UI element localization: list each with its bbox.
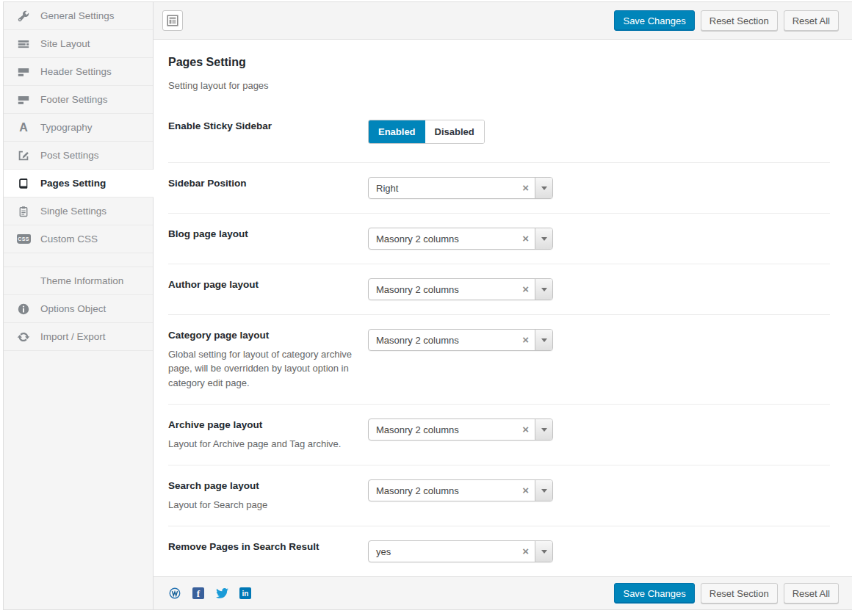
- dropdown-toggle-button[interactable]: [535, 279, 552, 300]
- save-changes-button[interactable]: Save Changes: [614, 10, 694, 31]
- reset-section-button[interactable]: Reset Section: [701, 10, 778, 31]
- reset-all-button[interactable]: Reset All: [784, 583, 839, 604]
- field-label-column: Search page layoutLayout for Search page: [168, 479, 368, 512]
- select-control[interactable]: Masonry 2 columns×: [368, 278, 553, 300]
- field-label-column: Category page layoutGlobal setting for l…: [168, 329, 368, 390]
- sidebar-divider: [4, 253, 153, 267]
- clear-selection-icon[interactable]: ×: [516, 279, 535, 300]
- book-icon: [16, 176, 31, 191]
- field-label: Remove Pages in Search Result: [168, 540, 353, 554]
- field-label: Blog page layout: [168, 228, 353, 241]
- sidebar-item-post-settings[interactable]: Post Settings: [4, 142, 153, 170]
- dropdown-toggle-button[interactable]: [535, 480, 552, 501]
- css-icon: CSS: [16, 232, 31, 247]
- field-control-column: EnabledDisabled: [368, 120, 485, 144]
- select-value: yes: [369, 546, 516, 557]
- select-control[interactable]: Masonry 2 columns×: [368, 479, 553, 501]
- clear-selection-icon[interactable]: ×: [516, 480, 535, 501]
- sidebar-item-custom-css[interactable]: CSSCustom CSS: [4, 225, 153, 253]
- field-control-column: Masonry 2 columns×: [368, 329, 553, 351]
- select-value: Masonry 2 columns: [369, 335, 516, 346]
- sidebar-item-import-export[interactable]: Import / Export: [4, 323, 153, 351]
- section-content: Pages Setting Setting layout for pages E…: [154, 40, 852, 576]
- save-changes-button[interactable]: Save Changes: [614, 583, 694, 604]
- sidebar-item-label: Custom CSS: [40, 233, 98, 244]
- clear-selection-icon[interactable]: ×: [516, 541, 535, 562]
- select-value: Masonry 2 columns: [369, 233, 516, 244]
- dropdown-toggle-button[interactable]: [535, 419, 552, 440]
- toggle-option-enabled[interactable]: Enabled: [369, 120, 425, 144]
- sidebar-item-header-settings[interactable]: Header Settings: [4, 58, 153, 86]
- chevron-down-icon: [541, 489, 547, 493]
- field-control-column: Masonry 2 columns×: [368, 418, 553, 441]
- edit-icon: [16, 148, 31, 163]
- field-label-column: Author page layout: [168, 278, 368, 291]
- toggle-option-disabled[interactable]: Disabled: [425, 120, 484, 143]
- select-control[interactable]: Masonry 2 columns×: [368, 329, 553, 351]
- sidebar-item-footer-settings[interactable]: Footer Settings: [4, 86, 153, 114]
- typography-icon: A: [16, 120, 31, 135]
- clear-selection-icon[interactable]: ×: [516, 330, 535, 350]
- sidebar-item-site-layout[interactable]: Site Layout: [4, 30, 153, 58]
- select-control[interactable]: Masonry 2 columns×: [368, 418, 553, 441]
- select-control[interactable]: Masonry 2 columns×: [368, 228, 553, 250]
- layout-rows-icon: [16, 37, 31, 51]
- info-icon: [16, 302, 31, 316]
- sidebar-item-label: Typography: [40, 122, 93, 133]
- sidebar-item-label: Post Settings: [40, 150, 99, 161]
- reset-all-button[interactable]: Reset All: [784, 10, 839, 31]
- clear-selection-icon[interactable]: ×: [516, 228, 535, 249]
- sidebar-item-options-object[interactable]: Options Object: [4, 295, 153, 323]
- sidebar-item-general-settings[interactable]: General Settings: [4, 2, 153, 30]
- clipboard-icon: [16, 204, 31, 219]
- field-control-column: Masonry 2 columns×: [368, 228, 553, 250]
- footer-icon: [16, 93, 31, 107]
- sidebar-item-label: Footer Settings: [40, 94, 108, 105]
- field-row-remove-pages-in-search-result: Remove Pages in Search Resultyes×: [168, 526, 830, 576]
- field-control-column: Right×: [368, 177, 553, 199]
- top-toolbar: Save Changes Reset Section Reset All: [154, 2, 852, 40]
- dropdown-toggle-button[interactable]: [535, 228, 552, 249]
- social-links: fin: [168, 587, 252, 600]
- field-label-column: Archive page layoutLayout for Archive pa…: [168, 418, 368, 451]
- field-label-column: Blog page layout: [168, 228, 368, 241]
- field-row-sidebar-position: Sidebar PositionRight×: [168, 163, 830, 214]
- panel-layout-toggle-button[interactable]: [162, 10, 183, 31]
- field-description: Global setting for layout of category ar…: [168, 347, 353, 391]
- select-control[interactable]: Right×: [368, 177, 553, 199]
- field-row-blog-page-layout: Blog page layoutMasonry 2 columns×: [168, 214, 830, 264]
- sidebar-item-label: Import / Export: [40, 331, 106, 342]
- select-value: Right: [369, 183, 516, 194]
- sidebar-item-theme-information[interactable]: Theme Information: [4, 267, 153, 295]
- dropdown-toggle-button[interactable]: [535, 541, 552, 562]
- dropdown-toggle-button[interactable]: [535, 178, 552, 198]
- select-control[interactable]: yes×: [368, 540, 553, 562]
- field-row-author-page-layout: Author page layoutMasonry 2 columns×: [168, 264, 830, 315]
- sidebar-item-single-settings[interactable]: Single Settings: [4, 198, 153, 225]
- reset-section-button[interactable]: Reset Section: [701, 583, 778, 604]
- sidebar-item-typography[interactable]: ATypography: [4, 114, 153, 142]
- sidebar-item-pages-setting[interactable]: Pages Setting: [4, 170, 154, 198]
- layout-icon: [167, 15, 178, 26]
- linkedin-icon[interactable]: in: [239, 587, 252, 600]
- sidebar-item-label: Single Settings: [40, 206, 106, 217]
- wordpress-icon[interactable]: [168, 587, 181, 600]
- wrench-icon: [16, 9, 31, 23]
- refresh-icon: [16, 330, 31, 344]
- field-label: Sidebar Position: [168, 177, 353, 190]
- main-panel: Save Changes Reset Section Reset All Pag…: [154, 2, 852, 609]
- field-label: Archive page layout: [168, 418, 353, 432]
- dropdown-toggle-button[interactable]: [535, 330, 552, 350]
- chevron-down-icon: [541, 288, 547, 291]
- select-value: Masonry 2 columns: [369, 424, 516, 435]
- field-control-column: Masonry 2 columns×: [368, 479, 553, 501]
- clear-selection-icon[interactable]: ×: [516, 419, 535, 440]
- field-control-column: yes×: [368, 540, 553, 562]
- field-label: Category page layout: [168, 329, 353, 342]
- twitter-icon[interactable]: [215, 587, 228, 600]
- select-value: Masonry 2 columns: [369, 485, 516, 496]
- clear-selection-icon[interactable]: ×: [516, 178, 535, 198]
- facebook-icon[interactable]: f: [192, 587, 205, 600]
- field-label-column: Remove Pages in Search Result: [168, 540, 368, 554]
- sidebar-item-label: General Settings: [40, 10, 115, 21]
